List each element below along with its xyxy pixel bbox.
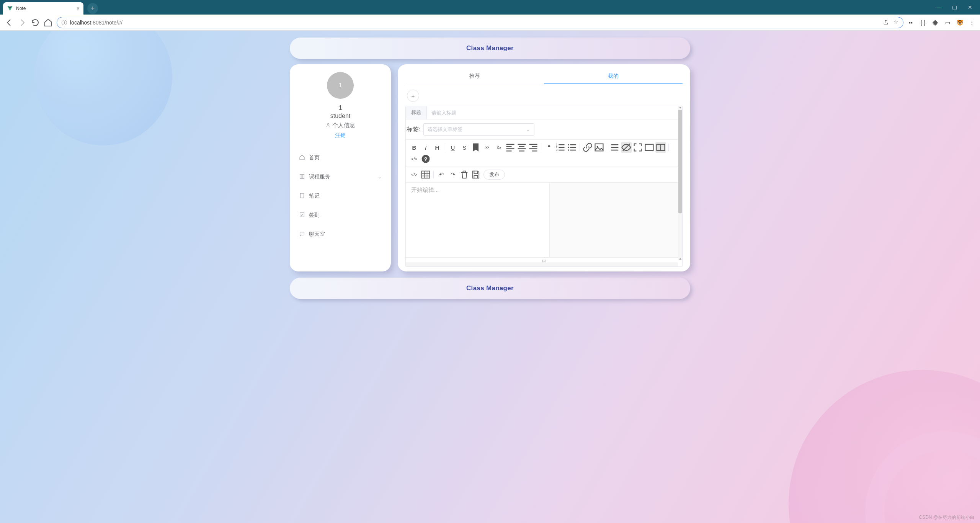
- extensions-menu-icon[interactable]: [932, 19, 939, 26]
- tab-mine[interactable]: 我的: [544, 70, 683, 84]
- title-row: 标题: [406, 106, 682, 119]
- unordered-list-button[interactable]: [567, 142, 577, 153]
- sidebar: 1 1 student 个人信息 注销 首页: [290, 64, 391, 271]
- superscript-button[interactable]: x²: [482, 142, 493, 153]
- svg-point-8: [568, 149, 569, 151]
- strike-button[interactable]: S: [459, 142, 470, 153]
- link-button[interactable]: [582, 142, 593, 153]
- url-input[interactable]: i localhost:8081/note/#/ ☆: [57, 17, 903, 28]
- main-panel: 推荐 我的 + 标题 标签: 请选择文章标签 ⌄: [398, 64, 690, 271]
- help-button[interactable]: ?: [420, 154, 431, 164]
- extension-icon[interactable]: {·}: [920, 19, 926, 26]
- sidebar-item-notes[interactable]: 笔记: [290, 186, 391, 206]
- home-button[interactable]: [44, 18, 53, 27]
- html-button[interactable]: </>: [409, 154, 420, 164]
- sidebar-item-label: 签到: [309, 212, 320, 219]
- svg-text:2: 2: [556, 146, 557, 149]
- tag-row: 标签: 请选择文章标签 ⌄: [406, 119, 682, 139]
- svg-rect-1: [300, 193, 304, 198]
- address-bar: i localhost:8081/note/#/ ☆ ▪▪ {·} ▭ 🐯 ⋮: [0, 15, 980, 31]
- scrollbar-horizontal[interactable]: [406, 262, 678, 266]
- svg-text:?: ?: [424, 156, 427, 162]
- sidebar-item-courses[interactable]: 课程服务 ⌄: [290, 167, 391, 186]
- forward-button[interactable]: [18, 18, 27, 27]
- minimize-icon[interactable]: —: [936, 4, 941, 10]
- sidebar-item-checkin[interactable]: 签到: [290, 206, 391, 225]
- vue-icon: [7, 5, 13, 11]
- bookmark-button[interactable]: [470, 142, 481, 153]
- image-button[interactable]: [594, 142, 604, 153]
- close-icon[interactable]: ×: [77, 5, 80, 11]
- extension-icon[interactable]: ▪▪: [907, 19, 914, 26]
- undo-button[interactable]: ↶: [436, 169, 447, 180]
- editor-preview: [550, 183, 683, 257]
- extension-toolbar: ▪▪ {·} ▭ 🐯 ⋮: [907, 19, 975, 26]
- preview-button[interactable]: [621, 142, 632, 153]
- chrome-menu-icon[interactable]: ⋮: [969, 19, 975, 26]
- heading-button[interactable]: H: [432, 142, 443, 153]
- sidebar-item-chat[interactable]: 聊天室: [290, 225, 391, 244]
- readmode-button[interactable]: [644, 142, 655, 153]
- header-banner: Class Manager: [290, 38, 690, 59]
- reading-list-icon[interactable]: ▭: [944, 19, 951, 26]
- close-window-icon[interactable]: ✕: [968, 4, 972, 10]
- bold-button[interactable]: B: [409, 142, 420, 153]
- align-left-button[interactable]: [505, 142, 516, 153]
- editor-body: 开始编辑...: [406, 183, 682, 257]
- sidebar-menu: 首页 课程服务 ⌄ 笔记 签到: [290, 148, 391, 244]
- share-icon[interactable]: [883, 19, 889, 26]
- svg-rect-9: [595, 144, 603, 151]
- redo-button[interactable]: ↷: [448, 169, 458, 180]
- save-button[interactable]: [470, 169, 481, 180]
- italic-button[interactable]: I: [420, 142, 431, 153]
- fullscreen-button[interactable]: [632, 142, 643, 153]
- tag-placeholder: 请选择文章标签: [428, 126, 462, 133]
- editor-textarea[interactable]: 开始编辑...: [406, 183, 550, 257]
- sidebar-item-home[interactable]: 首页: [290, 148, 391, 167]
- quote-button[interactable]: ❝: [544, 142, 554, 153]
- trash-button[interactable]: [459, 169, 470, 180]
- new-tab-button[interactable]: +: [87, 3, 98, 14]
- avatar[interactable]: 1: [327, 72, 354, 99]
- chat-icon: [299, 231, 305, 238]
- svg-rect-17: [422, 171, 430, 178]
- align-center-button[interactable]: [516, 142, 527, 153]
- site-info-icon[interactable]: i: [62, 20, 67, 25]
- underline-button[interactable]: U: [448, 142, 458, 153]
- svg-text:1: 1: [556, 143, 557, 146]
- code-button[interactable]: </>: [409, 169, 420, 180]
- svg-text:3: 3: [556, 149, 557, 151]
- title-label: 标题: [406, 106, 427, 119]
- scrollbar-vertical[interactable]: [678, 106, 682, 260]
- bookmark-star-icon[interactable]: ☆: [893, 19, 898, 26]
- tab-bar: Note × + — ▢ ✕: [0, 0, 980, 15]
- ordered-list-button[interactable]: 123: [555, 142, 566, 153]
- profile-link[interactable]: 个人信息: [290, 122, 391, 129]
- browser-tab[interactable]: Note ×: [3, 2, 83, 15]
- back-button[interactable]: [5, 18, 14, 27]
- subscript-button[interactable]: x₂: [493, 142, 504, 153]
- publish-button[interactable]: 发布: [483, 170, 505, 180]
- user-info: 1 student 个人信息 注销: [290, 104, 391, 139]
- maximize-icon[interactable]: ▢: [952, 4, 957, 10]
- title-input[interactable]: [427, 106, 682, 119]
- profile-icon[interactable]: 🐯: [956, 19, 963, 26]
- toc-button[interactable]: [609, 142, 620, 153]
- logout-link[interactable]: 注销: [290, 132, 391, 139]
- split-button[interactable]: [655, 142, 666, 153]
- table-button[interactable]: [420, 169, 431, 180]
- home-icon: [299, 154, 305, 162]
- reload-button[interactable]: [31, 18, 40, 27]
- align-right-button[interactable]: [528, 142, 539, 153]
- svg-rect-12: [645, 144, 653, 150]
- sidebar-item-label: 聊天室: [309, 231, 325, 238]
- add-button[interactable]: +: [407, 90, 419, 102]
- tag-select[interactable]: 请选择文章标签 ⌄: [423, 123, 534, 136]
- viewport: Class Manager 1 1 student 个人信息 注销: [0, 31, 980, 523]
- url-text: localhost:8081/note/#/: [70, 20, 122, 26]
- sidebar-item-label: 课程服务: [309, 173, 330, 180]
- browser-chrome: Note × + — ▢ ✕ i localhost:8081/note/#/ …: [0, 0, 980, 31]
- svg-point-0: [327, 123, 329, 125]
- tab-recommend[interactable]: 推荐: [405, 70, 544, 84]
- tag-label: 标签:: [407, 126, 420, 134]
